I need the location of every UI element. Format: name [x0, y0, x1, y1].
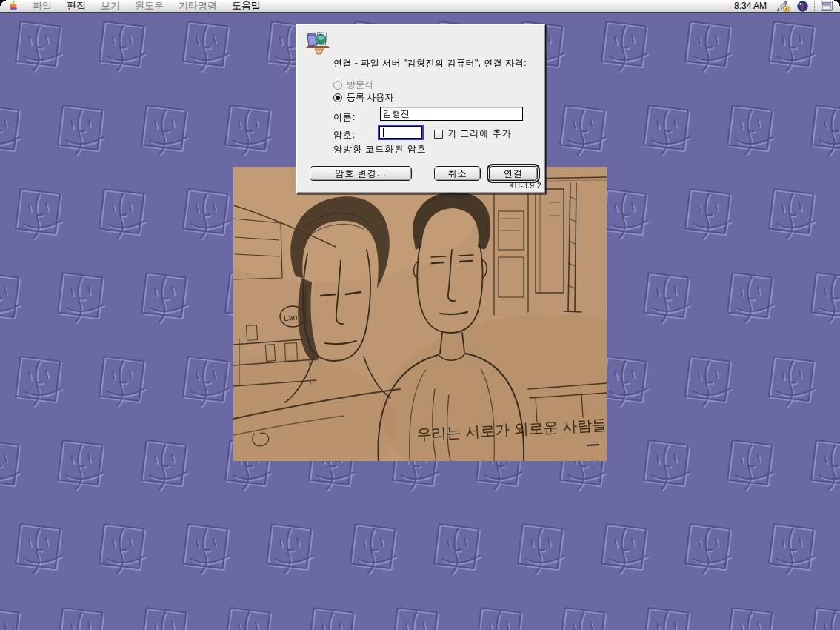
input-method-pen-icon[interactable]: [773, 0, 793, 12]
name-label: 이름:: [333, 111, 356, 124]
appleshare-file-server-icon: [304, 30, 331, 57]
sketch-drawing: Lan 우리는 서로가 외로운 사람들: [233, 167, 607, 461]
cancel-button[interactable]: 취소: [434, 166, 481, 181]
dialog-title: 연결 - 파일 서버 "김형진의 컴퓨터", 연결 자격:: [333, 57, 542, 70]
screen-corner-top-left: [0, 0, 6, 6]
menu-other-commands: 기타명령: [171, 0, 224, 12]
connect-button[interactable]: 연결: [489, 166, 538, 181]
radio-registered-user[interactable]: 등록 사용자: [333, 91, 393, 104]
menu-edit[interactable]: 편집: [59, 0, 93, 12]
screen-corner-top-right: [834, 0, 840, 6]
version-label: KH-3.9.2: [510, 182, 541, 190]
password-label: 암호:: [333, 129, 356, 142]
desktop-artwork: Lan 우리는 서로가 외로운 사람들: [233, 167, 607, 461]
menu-help[interactable]: 도움말: [224, 0, 268, 12]
menu-window: 윈도우: [127, 0, 171, 12]
default-button-ring: 연결: [487, 164, 540, 183]
add-to-keychain-option[interactable]: 키 고리에 추가: [434, 127, 512, 140]
radio-guest-circle: [333, 81, 342, 90]
apple-logo-icon: [8, 1, 18, 11]
text-caret: [383, 128, 384, 137]
menu-bar: 파일 편집 보기 윈도우 기타명령 도움말 8:34 AM: [0, 0, 840, 13]
radio-guest: 방문객: [333, 79, 373, 91]
keychain-checkbox[interactable]: [434, 130, 443, 139]
radio-registered-circle[interactable]: [333, 93, 342, 102]
change-password-button[interactable]: 암호 변경...: [310, 166, 412, 181]
name-input[interactable]: [380, 107, 523, 121]
sketch-caption-underline: [587, 445, 599, 445]
keychain-label: 키 고리에 추가: [447, 127, 512, 140]
sketch-bubble-text: Lan: [284, 312, 299, 322]
menu-bar-clock[interactable]: 8:34 AM: [728, 1, 773, 11]
menu-bar-separator: [814, 1, 815, 11]
radio-guest-label: 방문객: [347, 79, 373, 91]
connect-to-server-dialog: 연결 - 파일 서버 "김형진의 컴퓨터", 연결 자격: 방문객 등록 사용자…: [296, 24, 546, 193]
application-sphere-icon[interactable]: [793, 0, 812, 12]
radio-registered-label: 등록 사용자: [347, 91, 393, 104]
menu-view: 보기: [93, 0, 127, 12]
password-input[interactable]: [379, 126, 422, 139]
menu-file: 파일: [25, 0, 59, 12]
password-focus-ring: [378, 125, 424, 140]
encryption-note: 양방향 코드화된 암호: [333, 143, 427, 156]
